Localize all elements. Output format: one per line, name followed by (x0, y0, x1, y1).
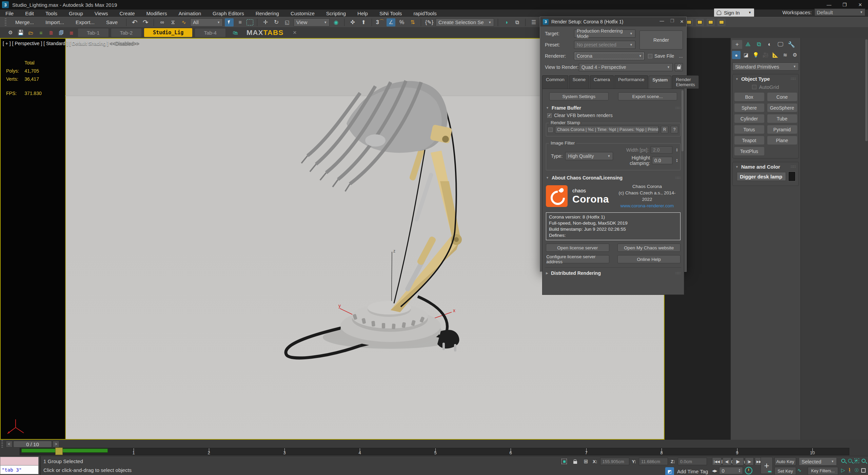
maxtabs-close-icon[interactable]: × (291, 29, 298, 36)
command-panel-scrollbar[interactable] (865, 39, 868, 141)
reference-coordinate-select[interactable]: View ▼ (294, 18, 330, 26)
textplus-button[interactable]: TextPlus (734, 147, 764, 155)
clear-vfb-checkbox[interactable]: ✓ (547, 113, 552, 118)
maxtabs-clipboard-icon[interactable]: 🗐 (58, 29, 65, 36)
target-select[interactable]: Production Rendering Mode ▼ (574, 30, 635, 38)
plane-button[interactable]: Plane (767, 136, 797, 145)
rectangular-selection-region-icon[interactable] (246, 19, 253, 25)
view-to-render-select[interactable]: Quad 4 - Perspective ▼ (579, 63, 673, 71)
set-keys-button[interactable]: + (761, 457, 773, 474)
go-to-start-button[interactable]: |◀◀ (712, 457, 722, 466)
render-stamp-help-button[interactable]: ? (671, 126, 678, 133)
dialog-maximize-button[interactable]: ❐ (670, 18, 674, 25)
modify-tab-icon[interactable]: ⟁ (743, 40, 753, 49)
zoom-region-icon[interactable] (861, 457, 866, 464)
x-coordinate-field[interactable]: 155.905cm (600, 458, 629, 465)
object-name-field[interactable]: Digger desk lamp (737, 172, 786, 181)
maxtabs-save-icon[interactable]: 💾 (17, 29, 24, 36)
maxtab-tab-4[interactable]: Tab-4 (195, 28, 225, 37)
spinner-icon[interactable]: ▲▼ (738, 469, 741, 473)
motion-tab-icon[interactable]: ◐ (765, 40, 775, 49)
export-scene-button[interactable]: Export scene... (618, 92, 677, 100)
render-stamp-checkbox[interactable] (548, 128, 553, 132)
spinner-icon[interactable]: ▲▼ (676, 148, 678, 152)
helpers-category-icon[interactable]: 📐 (771, 51, 780, 59)
workspace-select[interactable]: Default ▼ (814, 8, 865, 16)
zoom-extents-icon[interactable]: ◩ (854, 457, 860, 464)
lights-category-icon[interactable]: 💡 (752, 51, 760, 59)
box-button[interactable]: Box (734, 93, 764, 101)
menu-modifiers[interactable]: Modifiers (146, 11, 167, 16)
cone-button[interactable]: Cone (767, 93, 797, 101)
menu-rapidtools[interactable]: rapidTools (413, 11, 436, 16)
lock-view-toggle[interactable] (675, 63, 683, 71)
tab-common[interactable]: Common (542, 75, 568, 89)
name-color-header[interactable]: ▼ Name and Color ∷∷ (733, 162, 798, 171)
menu-create[interactable]: Create (120, 11, 135, 16)
dialog-close-button[interactable]: × (680, 18, 684, 25)
tab-performance[interactable]: Performance (614, 75, 648, 89)
viewport-label[interactable]: [ + ] [ Perspective ] [ Standard ] [ Def… (3, 41, 139, 46)
timeline-drag-handle[interactable] (1, 440, 3, 448)
key-mode-toggle-icon[interactable]: ∿ (797, 468, 802, 473)
menu-customize[interactable]: Customize (291, 11, 315, 16)
torus-button[interactable]: Torus (734, 125, 764, 134)
layer-manager-icon[interactable]: ☰ (529, 18, 538, 26)
maxtabs-doc-red-icon[interactable]: 🗎 (47, 29, 55, 36)
render-stamp-reset-button[interactable]: R (661, 126, 668, 133)
dialog-scrollbar[interactable] (682, 90, 684, 151)
geosphere-button[interactable]: GeoSphere (767, 103, 797, 112)
filter-width-field[interactable]: 2.0 (651, 146, 672, 154)
maxtabs-bag-icon[interactable]: 🛍 (232, 29, 239, 36)
import-button[interactable]: Import... (41, 18, 69, 26)
menu-views[interactable]: Views (95, 11, 108, 16)
maxtabs-list-icon[interactable]: ≡ (37, 29, 45, 36)
configure-license-server-button[interactable]: Configure license server address (546, 255, 609, 263)
hierarchy-tab-icon[interactable]: ⧉ (754, 40, 764, 49)
sign-in-button[interactable]: Sign In ▼ (714, 8, 754, 17)
display-tab-icon[interactable]: 🖵 (775, 40, 786, 49)
z-coordinate-field[interactable]: 0.0cm (678, 458, 707, 465)
play-button[interactable]: ▶ (732, 457, 744, 466)
use-pivot-center-icon[interactable]: ◉ (332, 18, 340, 26)
cameras-category-icon[interactable]: 🎥 (762, 51, 770, 59)
time-configuration-icon[interactable] (745, 467, 752, 474)
zoom-icon[interactable] (840, 457, 846, 464)
isolate-selection-toggle-icon[interactable] (560, 458, 568, 465)
open-license-server-button[interactable]: Open license server (546, 244, 609, 252)
highlight-clamping-field[interactable]: 0.0 (652, 157, 672, 164)
align-icon[interactable]: ⧉ (513, 18, 521, 26)
menu-sini-tools[interactable]: SiNi Tools (379, 11, 402, 16)
redo-icon[interactable]: ↷ (141, 18, 150, 26)
menu-help[interactable]: Help (357, 11, 368, 16)
snaps-toggle-icon[interactable]: 3⌒ (376, 18, 384, 26)
render-button[interactable]: Render (639, 31, 683, 50)
restore-button[interactable]: ❐ (837, 0, 852, 10)
tab-render-elements[interactable]: Render Elements (672, 75, 698, 89)
y-coordinate-field[interactable]: 11.686cm (639, 458, 668, 465)
zoom-all-icon[interactable] (847, 457, 853, 464)
undo-icon[interactable]: ↶ (130, 18, 139, 26)
menu-scripting[interactable]: Scripting (326, 11, 346, 16)
distributed-rendering-header[interactable]: ▶ Distributed Rendering ∷∷ (545, 270, 681, 277)
maxtabs-open-icon[interactable]: 🗁 (27, 29, 35, 36)
frame-counter[interactable]: 0 / 10 (13, 441, 52, 448)
system-settings-button[interactable]: System Settings (549, 92, 609, 100)
named-selection-sets-icon[interactable]: {✎} (425, 18, 434, 26)
corona-website-link[interactable]: www.corona-renderer.com (620, 203, 674, 208)
absolute-offset-mode-icon[interactable]: ⊞ (582, 458, 590, 465)
autogrid-checkbox[interactable] (752, 85, 756, 89)
about-corona-header[interactable]: ▼ About Chaos Corona/Licensing ∷∷ (545, 174, 681, 181)
primitive-category-select[interactable]: Standard Primitives ▼ (732, 62, 799, 71)
minimize-button[interactable]: — (821, 0, 837, 10)
menu-group[interactable]: Group (69, 11, 83, 16)
filter-type-select[interactable]: High Quality ▼ (565, 152, 613, 160)
teapot-button[interactable]: Teapot (734, 136, 764, 145)
auto-key-button[interactable]: Auto Key (774, 457, 796, 466)
orbit-icon[interactable]: ☉ (854, 467, 860, 474)
spacewarps-category-icon[interactable]: ≋ (781, 51, 789, 59)
key-filters-button[interactable]: Key Filters... (808, 467, 838, 475)
select-and-scale-icon[interactable]: ◱ (283, 18, 292, 26)
sphere-button[interactable]: Sphere (734, 103, 764, 112)
open-my-chaos-website-button[interactable]: Open My Chaos website (617, 244, 681, 252)
